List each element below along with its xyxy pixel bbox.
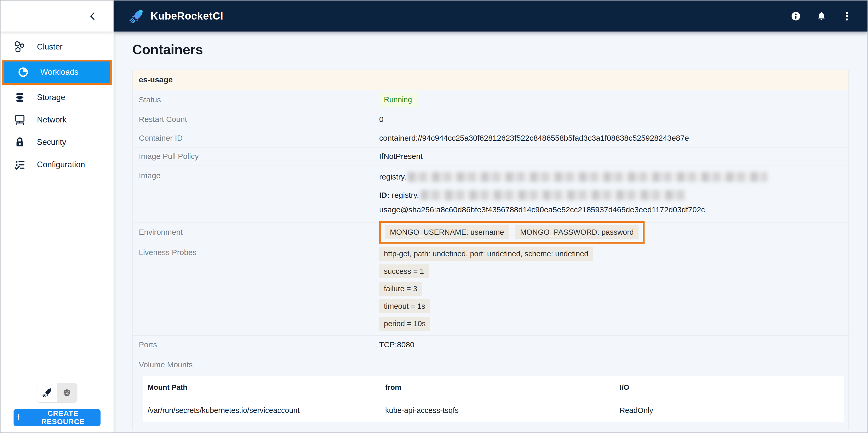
annotation-box-environment: MONGO_USERNAME: username MONGO_PASSWORD:… [379, 221, 645, 244]
io-cell: ReadOnly [620, 406, 844, 415]
ports-row: Ports TCP:8080 [132, 336, 848, 354]
storage-database-icon [13, 91, 26, 104]
container-id-row: Container ID containerd://94c944cc25a30f… [132, 129, 848, 148]
probe-chip: success = 1 [379, 265, 429, 278]
probe-chip: timeout = 1s [379, 299, 430, 313]
row-label: Image Pull Policy [132, 152, 379, 161]
sidebar-item-network[interactable]: Network [1, 109, 114, 131]
row-label: Environment [132, 228, 379, 237]
containers-heading: Containers [132, 42, 849, 58]
kebab-menu-icon[interactable] [841, 10, 853, 22]
status-row: Status Running [132, 90, 848, 110]
row-label: Liveness Probes [132, 242, 379, 257]
table-row: /var/run/secrets/kubernetes.io/serviceac… [143, 399, 844, 422]
sidebar-item-label: Configuration [37, 160, 85, 169]
redacted-image-text [408, 172, 767, 182]
sidebar-item-configuration[interactable]: Configuration [1, 153, 114, 176]
volume-mounts-row: Volume Mounts Mount Path from I/O /var/r… [132, 354, 848, 430]
column-header: I/O [620, 383, 844, 392]
column-header: from [385, 383, 620, 392]
row-label: Status [132, 95, 379, 104]
environment-row: Environment MONGO_USERNAME: username MON… [132, 222, 848, 242]
cluster-hexagons-icon [13, 41, 26, 53]
probe-chip: http-get, path: undefined, port: undefin… [379, 247, 593, 261]
brand: KubeRocketCI [128, 8, 223, 25]
env-var-chip: MONGO_USERNAME: username [385, 225, 508, 239]
container-name-header: es-usage [132, 70, 848, 90]
ports-value: TCP:8080 [379, 340, 414, 349]
info-icon[interactable] [790, 10, 802, 22]
plus-icon: + [15, 412, 22, 423]
image-line-1: registry. [379, 171, 767, 183]
rocket-icon[interactable] [37, 383, 57, 402]
security-lock-icon [13, 136, 26, 149]
top-app-bar: KubeRocketCI [114, 1, 867, 32]
create-resource-label: CREATE RESOURCE [27, 409, 99, 426]
image-line-2: ID: registry. [379, 189, 767, 202]
row-label: Restart Count [132, 115, 379, 124]
volume-mounts-header-row: Mount Path from I/O [143, 376, 844, 399]
notifications-bell-icon[interactable] [815, 10, 827, 22]
sidebar-item-label: Workloads [40, 67, 79, 77]
app-window: KubeRocketCI [0, 0, 868, 433]
image-row: Image registry. ID: registry. usage@sha2… [132, 165, 848, 222]
probe-chip: period = 10s [379, 317, 430, 331]
annotation-box-workloads: Workloads [2, 60, 112, 85]
sidebar-nav: Cluster Workloads [1, 32, 114, 176]
image-line-3: usage@sha256:a8c60d86bfe3f4356788d14c90e… [379, 204, 767, 216]
image-pull-policy-row: Image Pull Policy IfNotPresent [132, 148, 848, 165]
sidebar-item-label: Security [37, 137, 66, 147]
sidebar-item-storage[interactable]: Storage [1, 86, 114, 109]
sidebar-item-label: Cluster [37, 42, 62, 52]
kubernetes-wheel-icon[interactable] [57, 383, 77, 402]
sidebar-item-label: Network [37, 115, 67, 125]
probe-chip: failure = 3 [379, 282, 422, 296]
liveness-probes-row: Liveness Probes http-get, path: undefine… [132, 242, 848, 336]
container-details-card: es-usage Status Running Restart Count 0 … [132, 69, 849, 430]
app-title: KubeRocketCI [151, 10, 223, 22]
restart-count-row: Restart Count 0 [132, 110, 848, 129]
configuration-checklist-icon [13, 158, 26, 171]
env-var-chip: MONGO_PASSWORD: password [516, 225, 638, 239]
topbar-actions [790, 10, 853, 22]
main-content: Containers es-usage Status Running Resta… [114, 32, 867, 432]
column-header: Mount Path [148, 383, 385, 392]
row-label: Container ID [132, 134, 379, 143]
sidebar: Cluster Workloads [1, 1, 114, 432]
row-label: Volume Mounts [132, 354, 848, 369]
mount-path-cell: /var/run/secrets/kubernetes.io/serviceac… [148, 406, 385, 415]
sidebar-item-cluster[interactable]: Cluster [1, 36, 114, 58]
image-pull-policy-value: IfNotPresent [379, 152, 423, 161]
row-label: Image [132, 165, 379, 180]
sidebar-header [1, 1, 114, 32]
row-label: Ports [132, 340, 379, 349]
sidebar-item-workloads[interactable]: Workloads [4, 61, 110, 83]
workloads-pie-icon [17, 66, 29, 79]
create-resource-button[interactable]: + CREATE RESOURCE [13, 409, 100, 426]
redacted-image-id-text [421, 190, 686, 200]
kuberocketci-rocket-logo-icon [128, 8, 145, 25]
cluster-switcher-toggle [37, 383, 77, 402]
restart-count-value: 0 [379, 115, 383, 124]
network-monitor-icon [13, 114, 26, 126]
status-badge: Running [379, 92, 417, 107]
volume-mounts-table: Mount Path from I/O /var/run/secrets/kub… [143, 376, 844, 422]
chevron-left-icon[interactable] [87, 10, 99, 22]
from-cell: kube-api-access-tsqfs [385, 406, 620, 415]
sidebar-item-security[interactable]: Security [1, 131, 114, 153]
container-id-value: containerd://94c944cc25a30f62812623f522c… [379, 134, 689, 143]
sidebar-item-label: Storage [37, 93, 65, 102]
